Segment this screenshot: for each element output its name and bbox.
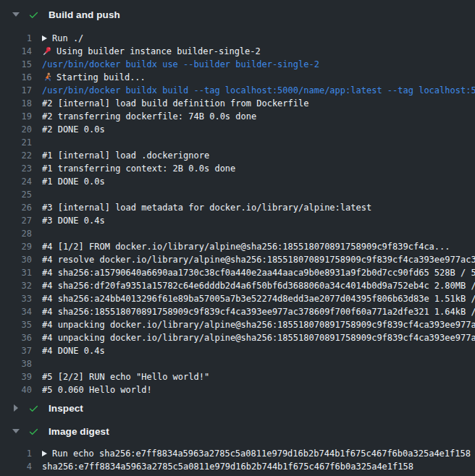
- line-number[interactable]: 26: [0, 201, 32, 214]
- line-number[interactable]: 20: [0, 123, 32, 136]
- log-line: 37#4 DONE 0.4s: [0, 344, 475, 357]
- line-number[interactable]: 25: [0, 188, 32, 201]
- line-message: Run echo sha256:e7ff8834a5963a2785c5a081…: [52, 447, 471, 460]
- line-message: #4 sha256:185518070891758909c9f839cf4ca3…: [42, 305, 475, 318]
- log-line: 21: [0, 136, 475, 149]
- line-text: #5 [2/2] RUN echo "Hello world!": [42, 370, 475, 383]
- line-number[interactable]: 24: [0, 175, 32, 188]
- line-message: #3 [internal] load metadata for docker.i…: [42, 201, 371, 214]
- line-number[interactable]: 17: [0, 84, 32, 97]
- log-line: 17/usr/bin/docker buildx build --tag loc…: [0, 84, 475, 97]
- line-message: Starting build...: [56, 71, 146, 84]
- section-header-inspect[interactable]: Inspect: [0, 399, 475, 417]
- line-message: Run ./: [52, 32, 83, 45]
- log-line: 15/usr/bin/docker buildx use --builder b…: [0, 58, 475, 71]
- check-icon: [28, 425, 40, 437]
- line-text: #2 [internal] load build definition from…: [42, 97, 475, 110]
- line-text: /usr/bin/docker buildx use --builder bui…: [42, 58, 475, 71]
- line-number[interactable]: 19: [0, 110, 32, 123]
- section-title: Inspect: [49, 403, 83, 414]
- line-message: #4 sha256:a24bb4013296f61e89ba57005a7b3e…: [42, 292, 475, 305]
- log-line: 27#3 DONE 0.4s: [0, 214, 475, 227]
- line-message: #4 sha256:df20fa9351a15782c64e6dddb2d4a6…: [42, 279, 475, 292]
- line-message: #5 [2/2] RUN echo "Hello world!": [42, 370, 209, 383]
- line-number[interactable]: 36: [0, 331, 32, 344]
- line-number[interactable]: 32: [0, 279, 32, 292]
- line-message: #1 DONE 0.0s: [42, 175, 105, 188]
- section-header-build-and-push[interactable]: Build and push: [0, 6, 475, 23]
- line-number[interactable]: 16: [0, 71, 32, 84]
- line-message: #1 transferring context: 2B 0.0s done: [42, 162, 235, 175]
- log-line: 24#1 DONE 0.0s: [0, 175, 475, 188]
- line-number[interactable]: 35: [0, 318, 32, 331]
- line-text: #1 DONE 0.0s: [42, 175, 475, 188]
- line-text: #4 sha256:a24bb4013296f61e89ba57005a7b3e…: [42, 292, 475, 305]
- line-text: #2 transferring dockerfile: 74B 0.0s don…: [42, 110, 475, 123]
- line-number[interactable]: 39: [0, 370, 32, 383]
- line-number[interactable]: 18: [0, 97, 32, 110]
- line-message: #2 transferring dockerfile: 74B 0.0s don…: [42, 110, 256, 123]
- line-text: #1 transferring context: 2B 0.0s done: [42, 162, 475, 175]
- log-line: 33#4 sha256:a24bb4013296f61e89ba57005a7b…: [0, 292, 475, 305]
- line-number[interactable]: 21: [0, 136, 32, 149]
- line-message: #2 [internal] load build definition from…: [42, 97, 308, 110]
- log-sections: Build and push1Run ./14Using builder ins…: [0, 6, 475, 473]
- line-number[interactable]: 27: [0, 214, 32, 227]
- line-number[interactable]: 34: [0, 305, 32, 318]
- line-text: sha256:e7ff8834a5963a2785c5a0811e979d16b…: [42, 460, 475, 473]
- line-text: Run ./: [42, 32, 475, 45]
- expand-group-icon[interactable]: [42, 451, 47, 456]
- line-number[interactable]: 14: [0, 45, 32, 58]
- line-number[interactable]: 23: [0, 162, 32, 175]
- check-icon: [28, 9, 40, 20]
- log-line: 35#4 unpacking docker.io/library/alpine@…: [0, 318, 475, 331]
- line-message: #4 unpacking docker.io/library/alpine@sh…: [42, 318, 475, 331]
- line-number[interactable]: 15: [0, 58, 32, 71]
- line-number[interactable]: 33: [0, 292, 32, 305]
- line-text: #4 unpacking docker.io/library/alpine@sh…: [42, 318, 475, 331]
- log-line: 19#2 transferring dockerfile: 74B 0.0s d…: [0, 110, 475, 123]
- log-line: 28: [0, 227, 475, 240]
- pushpin-icon: [42, 46, 53, 57]
- line-text: #4 [1/2] FROM docker.io/library/alpine@s…: [42, 240, 475, 253]
- log-line: 1Run ./: [0, 32, 475, 45]
- line-text: [42, 136, 475, 149]
- line-number[interactable]: 30: [0, 253, 32, 266]
- line-text: #2 DONE 0.0s: [42, 123, 475, 136]
- line-number[interactable]: 4: [0, 460, 32, 473]
- expand-group-icon[interactable]: [42, 35, 47, 41]
- line-text: [42, 188, 475, 201]
- log-line: 22#1 [internal] load .dockerignore: [0, 149, 475, 162]
- section-header-image-digest[interactable]: Image digest: [0, 422, 475, 440]
- line-number[interactable]: 22: [0, 149, 32, 162]
- line-message: #4 resolve docker.io/library/alpine@sha2…: [42, 253, 475, 266]
- line-number[interactable]: 1: [0, 447, 32, 460]
- line-message: #4 sha256:a15790640a6690aa1730c38cf0a440…: [42, 266, 475, 279]
- line-text: [42, 227, 475, 240]
- log-line: 26#3 [internal] load metadata for docker…: [0, 201, 475, 214]
- line-text: Starting build...: [42, 71, 475, 84]
- line-message: #4 unpacking docker.io/library/alpine@sh…: [42, 331, 475, 344]
- line-number[interactable]: 37: [0, 344, 32, 357]
- log-line: 23#1 transferring context: 2B 0.0s done: [0, 162, 475, 175]
- line-number[interactable]: 31: [0, 266, 32, 279]
- line-message: Using builder instance builder-single-2: [56, 45, 261, 58]
- log-line: 36#4 unpacking docker.io/library/alpine@…: [0, 331, 475, 344]
- line-number[interactable]: 38: [0, 357, 32, 370]
- chevron-down-icon: [12, 429, 20, 433]
- line-message: /usr/bin/docker buildx build --tag local…: [42, 84, 475, 97]
- log-line: 1Run echo sha256:e7ff8834a5963a2785c5a08…: [0, 447, 475, 460]
- line-number[interactable]: 29: [0, 240, 32, 253]
- log-line: 14Using builder instance builder-single-…: [0, 45, 475, 58]
- line-number[interactable]: 1: [0, 32, 32, 45]
- section-title: Build and push: [49, 9, 120, 20]
- line-number[interactable]: 40: [0, 383, 32, 396]
- line-text: #4 sha256:185518070891758909c9f839cf4ca3…: [42, 305, 475, 318]
- log-line: 30#4 resolve docker.io/library/alpine@sh…: [0, 253, 475, 266]
- log-line: 18#2 [internal] load build definition fr…: [0, 97, 475, 110]
- log-line: 25: [0, 188, 475, 201]
- line-number[interactable]: 28: [0, 227, 32, 240]
- line-text: [42, 357, 475, 370]
- log-line: 32#4 sha256:df20fa9351a15782c64e6dddb2d4…: [0, 279, 475, 292]
- log-line: 16Starting build...: [0, 71, 475, 84]
